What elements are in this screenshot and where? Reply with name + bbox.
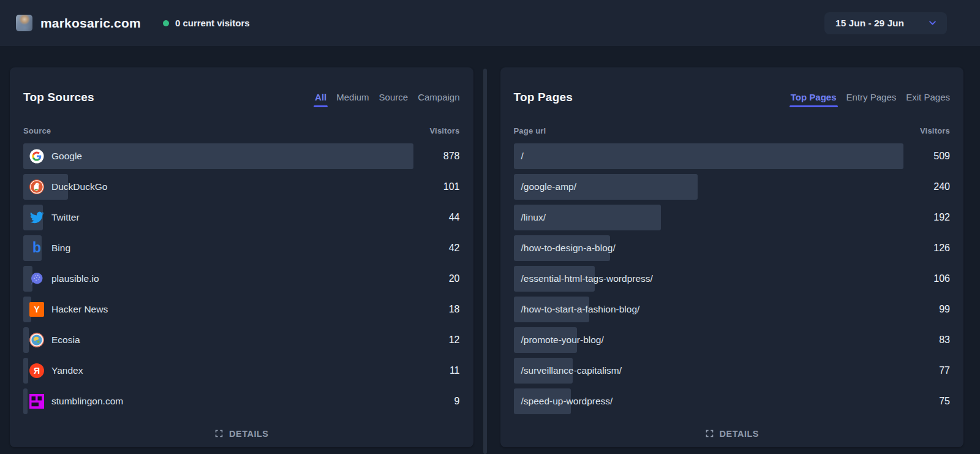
pages-details-button[interactable]: DETAILS [514,419,951,452]
tab-entry-pages[interactable]: Entry Pages [846,92,897,102]
dashboard-reports: Top Sources AllMediumSourceCampaign Sour… [0,46,980,447]
tab-campaign[interactable]: Campaign [418,92,459,102]
page-row[interactable]: /linux/192 [514,205,951,230]
source-row[interactable]: DuckDuckGo101 [23,174,460,200]
visitors-column-header: Visitors [429,126,459,135]
top-sources-tabs: AllMediumSourceCampaign [315,92,459,102]
row-value: 75 [903,396,950,407]
row-label[interactable]: plausible.io [51,273,99,284]
row-value: 42 [413,243,460,254]
bar-area: Twitter [23,205,413,230]
top-sources-list: Google878DuckDuckGo101Twitter44bBing42pl… [23,143,460,419]
tab-medium[interactable]: Medium [336,92,369,102]
row-label[interactable]: Google [51,151,82,162]
bar-area: /google-amp/ [514,174,904,200]
bar-area: DuckDuckGo [23,174,413,200]
live-dot-icon [163,20,169,26]
bar-area: stumblingon.com [23,388,413,414]
page-row[interactable]: /speed-up-wordpress/75 [514,388,951,414]
source-column-header: Source [23,126,51,135]
row-label[interactable]: /surveillance-capitalism/ [521,365,622,376]
top-pages-list: /509/google-amp/240/linux/192/how-to-des… [514,143,951,419]
row-label[interactable]: /speed-up-wordpress/ [521,396,613,407]
bar-area: YHacker News [23,297,413,322]
top-pages-panel: Top Pages Top PagesEntry PagesExit Pages… [500,67,964,447]
bing-favicon: b [29,241,44,255]
row-value: 240 [903,181,950,192]
top-sources-panel: Top Sources AllMediumSourceCampaign Sour… [10,67,473,447]
row-value: 126 [903,243,950,254]
row-label[interactable]: Yandex [51,365,83,376]
tab-top-pages[interactable]: Top Pages [791,92,837,102]
row-value: 77 [903,365,950,376]
source-row[interactable]: stumblingon.com9 [23,388,460,414]
tab-source[interactable]: Source [379,92,409,102]
yandex-favicon: Я [29,363,44,378]
row-value: 101 [413,181,460,192]
row-value: 44 [413,212,460,223]
tab-exit-pages[interactable]: Exit Pages [906,92,950,102]
row-label[interactable]: /promote-your-blog/ [521,335,604,346]
source-row[interactable]: YHacker News18 [23,297,460,322]
top-pages-title: Top Pages [514,91,573,104]
value-bar [514,143,904,169]
current-visitors[interactable]: 0 current visitors [163,18,250,28]
bar-area: /how-to-design-a-blog/ [514,235,904,261]
row-value: 83 [903,335,950,346]
date-range-label: 15 Jun - 29 Jun [835,18,904,29]
bar-area: bBing [23,235,413,261]
tab-all[interactable]: All [315,92,326,102]
sources-details-button[interactable]: DETAILS [23,419,460,452]
page-row[interactable]: /google-amp/240 [514,174,951,200]
site-favicon [16,15,32,31]
row-label[interactable]: Bing [51,243,70,254]
bar-area: /linux/ [514,205,904,230]
sources-details-label: DETAILS [229,429,268,439]
row-value: 12 [413,335,460,346]
bar-area: / [514,143,904,169]
site-identity[interactable]: markosaric.com [16,15,141,31]
row-label[interactable]: stumblingon.com [51,396,123,407]
bar-area: Ecosia [23,327,413,353]
source-row[interactable]: plausible.io20 [23,266,460,292]
row-label[interactable]: /essential-html-tags-wordpress/ [521,273,653,284]
scrollbar[interactable] [483,69,487,454]
row-label[interactable]: Twitter [51,212,80,223]
row-label[interactable]: /how-to-start-a-fashion-blog/ [521,304,640,315]
row-value: 11 [413,365,460,376]
row-value: 192 [903,212,950,223]
row-label[interactable]: /google-amp/ [521,181,576,192]
page-row[interactable]: /how-to-design-a-blog/126 [514,235,951,261]
source-row[interactable]: Twitter44 [23,205,460,230]
page-row[interactable]: /surveillance-capitalism/77 [514,358,951,384]
source-row[interactable]: ЯYandex11 [23,358,460,384]
site-name: markosaric.com [40,16,141,31]
page-row[interactable]: /promote-your-blog/83 [514,327,951,353]
bar-area: /how-to-start-a-fashion-blog/ [514,297,904,322]
row-label[interactable]: Hacker News [51,304,108,315]
row-value: 18 [413,304,460,315]
stumblingon-favicon [29,394,44,409]
visitors-column-header: Visitors [920,126,950,135]
plausible-favicon [29,271,44,286]
row-label[interactable]: / [521,151,524,162]
bar-area: Google [23,143,413,169]
bar-area: /surveillance-capitalism/ [514,358,904,384]
top-pages-tabs: Top PagesEntry PagesExit Pages [791,92,950,102]
row-label[interactable]: DuckDuckGo [51,181,107,192]
chevron-down-icon [927,18,938,28]
pages-details-label: DETAILS [720,429,759,439]
bar-area: plausible.io [23,266,413,292]
page-row[interactable]: /509 [514,143,951,169]
bar-area: ЯYandex [23,358,413,384]
row-label[interactable]: /linux/ [521,212,546,223]
page-row[interactable]: /how-to-start-a-fashion-blog/99 [514,297,951,322]
source-row[interactable]: Google878 [23,143,460,169]
row-label[interactable]: /how-to-design-a-blog/ [521,243,616,254]
page-row[interactable]: /essential-html-tags-wordpress/106 [514,266,951,292]
row-value: 9 [413,396,460,407]
source-row[interactable]: Ecosia12 [23,327,460,353]
source-row[interactable]: bBing42 [23,235,460,261]
date-range-picker[interactable]: 15 Jun - 29 Jun [824,12,947,34]
row-label[interactable]: Ecosia [51,335,80,346]
